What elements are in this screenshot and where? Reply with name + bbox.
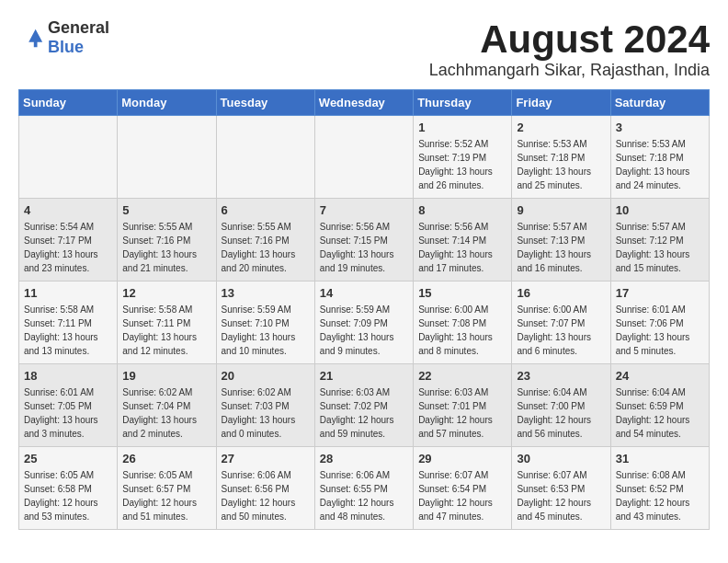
weekday-header-thursday: Thursday bbox=[414, 90, 512, 116]
day-number: 18 bbox=[24, 369, 112, 383]
cell-content: Sunrise: 6:05 AMSunset: 6:57 PMDaylight:… bbox=[122, 468, 210, 523]
weekday-header-tuesday: Tuesday bbox=[216, 90, 314, 116]
day-number: 23 bbox=[517, 369, 605, 383]
day-number: 8 bbox=[418, 203, 506, 217]
calendar-week-1: 1Sunrise: 5:52 AMSunset: 7:19 PMDaylight… bbox=[19, 116, 710, 199]
day-number: 25 bbox=[24, 452, 112, 465]
cell-content: Sunrise: 5:53 AMSunset: 7:18 PMDaylight:… bbox=[517, 137, 605, 192]
day-number: 7 bbox=[320, 203, 408, 217]
page-header: General Blue August 2024 Lachhmangarh Si… bbox=[18, 18, 710, 80]
day-number: 26 bbox=[122, 452, 210, 465]
day-number: 29 bbox=[418, 452, 506, 465]
calendar-cell: 13Sunrise: 5:59 AMSunset: 7:10 PMDayligh… bbox=[216, 282, 314, 364]
day-number: 24 bbox=[616, 369, 704, 383]
calendar-cell: 29Sunrise: 6:07 AMSunset: 6:54 PMDayligh… bbox=[414, 447, 512, 530]
logo-blue: Blue bbox=[48, 38, 84, 56]
day-number: 10 bbox=[616, 203, 704, 217]
calendar-cell: 4Sunrise: 5:54 AMSunset: 7:17 PMDaylight… bbox=[19, 199, 118, 282]
cell-content: Sunrise: 5:59 AMSunset: 7:09 PMDaylight:… bbox=[320, 303, 408, 358]
cell-content: Sunrise: 5:56 AMSunset: 7:14 PMDaylight:… bbox=[418, 220, 506, 275]
calendar-cell: 14Sunrise: 5:59 AMSunset: 7:09 PMDayligh… bbox=[314, 282, 413, 364]
calendar-cell: 18Sunrise: 6:01 AMSunset: 7:05 PMDayligh… bbox=[19, 364, 118, 447]
cell-content: Sunrise: 6:05 AMSunset: 6:58 PMDaylight:… bbox=[24, 468, 112, 523]
calendar-cell: 20Sunrise: 6:02 AMSunset: 7:03 PMDayligh… bbox=[216, 364, 314, 447]
weekday-header-wednesday: Wednesday bbox=[314, 90, 413, 116]
calendar-cell: 7Sunrise: 5:56 AMSunset: 7:15 PMDaylight… bbox=[314, 199, 413, 282]
calendar-cell: 15Sunrise: 6:00 AMSunset: 7:08 PMDayligh… bbox=[414, 282, 512, 364]
month-title: August 2024 bbox=[429, 18, 710, 61]
calendar-cell: 26Sunrise: 6:05 AMSunset: 6:57 PMDayligh… bbox=[118, 447, 216, 530]
day-number: 17 bbox=[616, 286, 704, 300]
cell-content: Sunrise: 6:02 AMSunset: 7:03 PMDaylight:… bbox=[222, 385, 310, 441]
day-number: 11 bbox=[24, 286, 112, 300]
weekday-header-saturday: Saturday bbox=[610, 90, 709, 116]
logo: General Blue bbox=[18, 18, 109, 57]
day-number: 12 bbox=[122, 286, 210, 300]
cell-content: Sunrise: 5:54 AMSunset: 7:17 PMDaylight:… bbox=[24, 220, 112, 275]
svg-marker-0 bbox=[28, 29, 42, 48]
cell-content: Sunrise: 5:52 AMSunset: 7:19 PMDaylight:… bbox=[418, 137, 506, 192]
calendar-cell: 2Sunrise: 5:53 AMSunset: 7:18 PMDaylight… bbox=[512, 116, 610, 199]
calendar-cell: 6Sunrise: 5:55 AMSunset: 7:16 PMDaylight… bbox=[216, 199, 314, 282]
logo-general: General bbox=[48, 18, 109, 37]
cell-content: Sunrise: 6:06 AMSunset: 6:56 PMDaylight:… bbox=[222, 468, 310, 523]
cell-content: Sunrise: 5:57 AMSunset: 7:12 PMDaylight:… bbox=[616, 220, 704, 275]
day-number: 6 bbox=[222, 203, 310, 217]
day-number: 19 bbox=[122, 369, 210, 383]
day-number: 30 bbox=[517, 452, 605, 465]
calendar-cell: 27Sunrise: 6:06 AMSunset: 6:56 PMDayligh… bbox=[216, 447, 314, 530]
day-number: 1 bbox=[418, 121, 506, 134]
calendar-cell: 30Sunrise: 6:07 AMSunset: 6:53 PMDayligh… bbox=[512, 447, 610, 530]
cell-content: Sunrise: 5:55 AMSunset: 7:16 PMDaylight:… bbox=[222, 220, 310, 275]
day-number: 9 bbox=[517, 203, 605, 217]
calendar-cell: 23Sunrise: 6:04 AMSunset: 7:00 PMDayligh… bbox=[512, 364, 610, 447]
cell-content: Sunrise: 6:07 AMSunset: 6:54 PMDaylight:… bbox=[418, 468, 506, 523]
calendar-cell: 3Sunrise: 5:53 AMSunset: 7:18 PMDaylight… bbox=[610, 116, 709, 199]
cell-content: Sunrise: 6:04 AMSunset: 7:00 PMDaylight:… bbox=[517, 385, 605, 441]
day-number: 20 bbox=[222, 369, 310, 383]
logo-text: General Blue bbox=[48, 18, 109, 57]
cell-content: Sunrise: 6:07 AMSunset: 6:53 PMDaylight:… bbox=[517, 468, 605, 523]
weekday-header-friday: Friday bbox=[512, 90, 610, 116]
logo-icon bbox=[18, 25, 44, 51]
calendar-cell: 31Sunrise: 6:08 AMSunset: 6:52 PMDayligh… bbox=[610, 447, 709, 530]
calendar-week-5: 25Sunrise: 6:05 AMSunset: 6:58 PMDayligh… bbox=[19, 447, 710, 530]
cell-content: Sunrise: 5:58 AMSunset: 7:11 PMDaylight:… bbox=[24, 303, 112, 358]
weekday-header-row: SundayMondayTuesdayWednesdayThursdayFrid… bbox=[19, 90, 710, 116]
day-number: 22 bbox=[418, 369, 506, 383]
weekday-header-sunday: Sunday bbox=[19, 90, 118, 116]
cell-content: Sunrise: 6:02 AMSunset: 7:04 PMDaylight:… bbox=[122, 385, 210, 441]
day-number: 3 bbox=[616, 121, 704, 134]
day-number: 28 bbox=[320, 452, 408, 465]
calendar-cell: 11Sunrise: 5:58 AMSunset: 7:11 PMDayligh… bbox=[19, 282, 118, 364]
calendar-cell: 8Sunrise: 5:56 AMSunset: 7:14 PMDaylight… bbox=[414, 199, 512, 282]
calendar-cell: 28Sunrise: 6:06 AMSunset: 6:55 PMDayligh… bbox=[314, 447, 413, 530]
day-number: 14 bbox=[320, 286, 408, 300]
cell-content: Sunrise: 5:56 AMSunset: 7:15 PMDaylight:… bbox=[320, 220, 408, 275]
cell-content: Sunrise: 5:55 AMSunset: 7:16 PMDaylight:… bbox=[122, 220, 210, 275]
cell-content: Sunrise: 6:01 AMSunset: 7:05 PMDaylight:… bbox=[24, 385, 112, 441]
calendar-cell bbox=[216, 116, 314, 199]
calendar-week-4: 18Sunrise: 6:01 AMSunset: 7:05 PMDayligh… bbox=[19, 364, 710, 447]
cell-content: Sunrise: 5:53 AMSunset: 7:18 PMDaylight:… bbox=[616, 137, 704, 192]
day-number: 21 bbox=[320, 369, 408, 383]
calendar-cell: 12Sunrise: 5:58 AMSunset: 7:11 PMDayligh… bbox=[118, 282, 216, 364]
day-number: 16 bbox=[517, 286, 605, 300]
day-number: 2 bbox=[517, 121, 605, 134]
cell-content: Sunrise: 5:57 AMSunset: 7:13 PMDaylight:… bbox=[517, 220, 605, 275]
calendar-cell: 24Sunrise: 6:04 AMSunset: 6:59 PMDayligh… bbox=[610, 364, 709, 447]
weekday-header-monday: Monday bbox=[118, 90, 216, 116]
day-number: 13 bbox=[222, 286, 310, 300]
calendar-cell: 25Sunrise: 6:05 AMSunset: 6:58 PMDayligh… bbox=[19, 447, 118, 530]
calendar-cell: 5Sunrise: 5:55 AMSunset: 7:16 PMDaylight… bbox=[118, 199, 216, 282]
calendar-cell: 19Sunrise: 6:02 AMSunset: 7:04 PMDayligh… bbox=[118, 364, 216, 447]
day-number: 4 bbox=[24, 203, 112, 217]
calendar-cell: 9Sunrise: 5:57 AMSunset: 7:13 PMDaylight… bbox=[512, 199, 610, 282]
calendar-cell: 16Sunrise: 6:00 AMSunset: 7:07 PMDayligh… bbox=[512, 282, 610, 364]
calendar-cell: 17Sunrise: 6:01 AMSunset: 7:06 PMDayligh… bbox=[610, 282, 709, 364]
cell-content: Sunrise: 5:58 AMSunset: 7:11 PMDaylight:… bbox=[122, 303, 210, 358]
day-number: 31 bbox=[616, 452, 704, 465]
calendar-cell: 22Sunrise: 6:03 AMSunset: 7:01 PMDayligh… bbox=[414, 364, 512, 447]
day-number: 27 bbox=[222, 452, 310, 465]
calendar-week-2: 4Sunrise: 5:54 AMSunset: 7:17 PMDaylight… bbox=[19, 199, 710, 282]
